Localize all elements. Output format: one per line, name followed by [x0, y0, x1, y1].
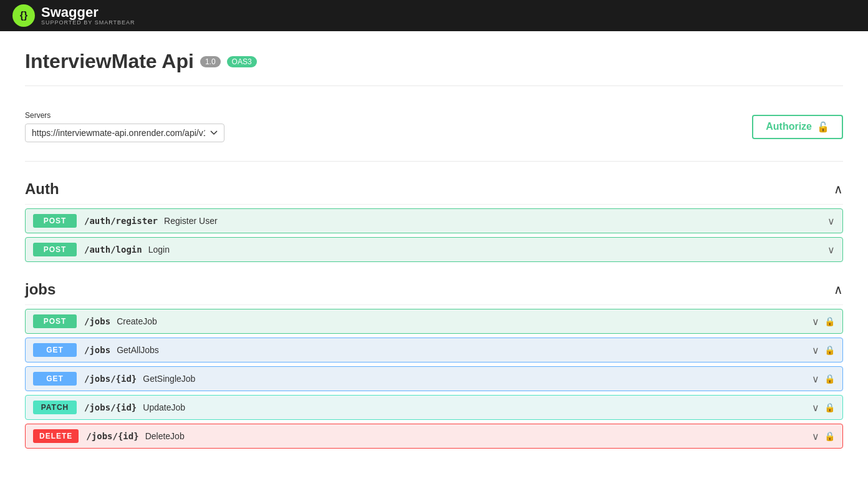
endpoint-lock-jobs-1: 🔒 — [824, 345, 835, 355]
endpoint-row-jobs-3[interactable]: PATCH/jobs/{id}UpdateJob∨🔒 — [25, 395, 843, 420]
version-badge: 1.0 — [200, 56, 221, 67]
endpoint-row-auth-1[interactable]: POST/auth/loginLogin∨ — [25, 237, 843, 262]
section-header-jobs[interactable]: jobs∧ — [25, 275, 843, 305]
main-content: InterviewMate Api 1.0 OAS3 Servers https… — [0, 31, 868, 467]
endpoint-path-jobs-2: /jobs/{id} — [84, 374, 137, 384]
section-chevron-auth: ∧ — [834, 182, 843, 197]
endpoint-chevron-jobs-4: ∨ — [812, 430, 819, 442]
endpoint-path-jobs-4: /jobs/{id} — [86, 431, 138, 441]
endpoint-chevron-auth-1: ∨ — [827, 244, 835, 256]
endpoint-actions-jobs-0: ∨🔒 — [812, 316, 835, 328]
spec-badge: OAS3 — [227, 56, 257, 67]
endpoint-lock-jobs-4: 🔒 — [824, 431, 835, 441]
lock-icon: 🔓 — [817, 121, 829, 133]
sections-container: Auth∧POST/auth/registerRegister User∨POS… — [25, 174, 843, 449]
servers-label: Servers — [25, 111, 224, 120]
endpoint-desc-jobs-2: GetSingleJob — [143, 374, 812, 384]
endpoint-lock-jobs-2: 🔒 — [824, 374, 835, 384]
endpoint-desc-jobs-0: CreateJob — [117, 316, 812, 326]
method-badge-auth-0: POST — [33, 214, 77, 228]
navbar-logo: {} Swagger SUPPORTED BY SMARTBEAR — [12, 4, 135, 27]
section-auth: Auth∧POST/auth/registerRegister User∨POS… — [25, 174, 843, 262]
navbar: {} Swagger SUPPORTED BY SMARTBEAR — [0, 0, 868, 31]
servers-select[interactable]: https://interviewmate-api.onrender.com/a… — [25, 124, 224, 142]
authorize-button-label: Authorize — [766, 121, 812, 132]
endpoint-row-jobs-0[interactable]: POST/jobsCreateJob∨🔒 — [25, 309, 843, 334]
navbar-subtitle: SUPPORTED BY SMARTBEAR — [41, 19, 135, 26]
endpoint-row-jobs-4[interactable]: DELETE/jobs/{id}DeleteJob∨🔒 — [25, 424, 843, 449]
method-badge-jobs-4: DELETE — [33, 429, 79, 443]
swagger-icon: {} — [12, 4, 35, 27]
endpoint-desc-jobs-3: UpdateJob — [143, 402, 812, 412]
endpoint-path-jobs-3: /jobs/{id} — [84, 402, 137, 412]
endpoint-actions-jobs-4: ∨🔒 — [812, 430, 835, 442]
endpoint-chevron-jobs-1: ∨ — [812, 344, 819, 356]
app-title-section: InterviewMate Api 1.0 OAS3 — [25, 50, 843, 86]
endpoint-desc-auth-1: Login — [148, 245, 827, 255]
endpoint-chevron-jobs-3: ∨ — [812, 402, 819, 414]
endpoint-actions-jobs-1: ∨🔒 — [812, 344, 835, 356]
endpoint-actions-jobs-2: ∨🔒 — [812, 373, 835, 385]
method-badge-jobs-0: POST — [33, 314, 77, 328]
endpoint-row-jobs-2[interactable]: GET/jobs/{id}GetSingleJob∨🔒 — [25, 366, 843, 391]
endpoint-desc-auth-0: Register User — [164, 216, 827, 226]
endpoint-path-auth-1: /auth/login — [84, 245, 142, 255]
method-badge-jobs-3: PATCH — [33, 401, 77, 414]
endpoint-actions-auth-0: ∨ — [827, 215, 835, 227]
endpoint-actions-jobs-3: ∨🔒 — [812, 402, 835, 414]
app-title: InterviewMate Api 1.0 OAS3 — [25, 50, 843, 73]
endpoint-chevron-jobs-2: ∨ — [812, 373, 819, 385]
section-jobs: jobs∧POST/jobsCreateJob∨🔒GET/jobsGetAllJ… — [25, 275, 843, 449]
endpoint-chevron-jobs-0: ∨ — [812, 316, 819, 328]
section-header-auth[interactable]: Auth∧ — [25, 174, 843, 205]
section-chevron-jobs: ∧ — [834, 282, 843, 297]
authorize-button[interactable]: Authorize 🔓 — [752, 115, 843, 139]
endpoint-row-auth-0[interactable]: POST/auth/registerRegister User∨ — [25, 208, 843, 233]
endpoint-lock-jobs-3: 🔒 — [824, 402, 835, 412]
navbar-brand: Swagger SUPPORTED BY SMARTBEAR — [41, 6, 135, 26]
method-badge-auth-1: POST — [33, 243, 77, 256]
section-title-jobs: jobs — [25, 281, 55, 298]
endpoint-desc-jobs-4: DeleteJob — [145, 431, 812, 441]
servers-container: Servers https://interviewmate-api.onrend… — [25, 111, 224, 142]
section-title-auth: Auth — [25, 180, 59, 198]
endpoint-actions-auth-1: ∨ — [827, 244, 835, 256]
endpoint-path-jobs-0: /jobs — [84, 316, 110, 326]
endpoint-desc-jobs-1: GetAllJobs — [117, 345, 812, 355]
method-badge-jobs-2: GET — [33, 372, 77, 386]
endpoint-chevron-auth-0: ∨ — [827, 215, 835, 227]
endpoint-row-jobs-1[interactable]: GET/jobsGetAllJobs∨🔒 — [25, 338, 843, 362]
method-badge-jobs-1: GET — [33, 343, 77, 357]
app-title-text: InterviewMate Api — [25, 50, 194, 73]
endpoint-lock-jobs-0: 🔒 — [824, 316, 835, 326]
navbar-title: Swagger — [41, 6, 135, 19]
servers-section: Servers https://interviewmate-api.onrend… — [25, 99, 843, 162]
swagger-icon-label: {} — [20, 10, 27, 21]
endpoint-path-jobs-1: /jobs — [84, 345, 110, 355]
endpoint-path-auth-0: /auth/register — [84, 216, 158, 226]
